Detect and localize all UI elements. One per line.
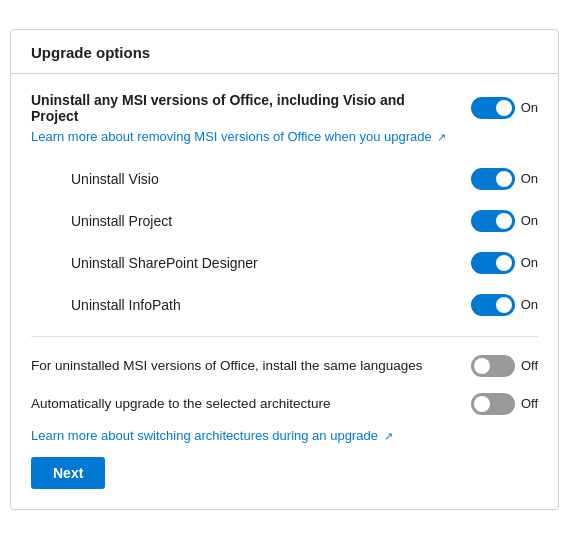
sub-toggle-track-2[interactable] — [471, 252, 515, 274]
sub-toggle-track-0[interactable] — [471, 168, 515, 190]
next-button[interactable]: Next — [31, 457, 105, 489]
bottom-toggle-thumb-1 — [474, 396, 490, 412]
bottom-toggle-track-1[interactable] — [471, 393, 515, 415]
upgrade-options-card: Upgrade options Uninstall any MSI versio… — [10, 29, 559, 510]
sub-toggle-thumb-1 — [496, 213, 512, 229]
main-toggle-switch[interactable] — [471, 97, 515, 119]
sub-label-3: Uninstall InfoPath — [71, 297, 181, 313]
bottom-toggle-group-0: Off — [471, 355, 538, 377]
bottom-state-label-0: Off — [521, 358, 538, 373]
divider — [31, 336, 538, 337]
sub-toggle-1[interactable] — [471, 210, 515, 232]
bottom-toggle-1[interactable] — [471, 393, 515, 415]
main-toggle-thumb — [496, 100, 512, 116]
bottom-toggle-thumb-0 — [474, 358, 490, 374]
main-toggle-label: Uninstall any MSI versions of Office, in… — [31, 92, 471, 124]
sub-toggle-group-1: On — [471, 210, 538, 232]
bottom-option-row-1: Automatically upgrade to the selected ar… — [31, 385, 538, 423]
sub-label-2: Uninstall SharePoint Designer — [71, 255, 258, 271]
main-toggle-group: On — [471, 97, 538, 119]
bottom-option-row-0: For uninstalled MSI versions of Office, … — [31, 347, 538, 385]
arch-link-row: Learn more about switching architectures… — [31, 427, 538, 443]
arch-external-link-icon: ↗ — [384, 430, 393, 443]
bottom-label-0: For uninstalled MSI versions of Office, … — [31, 358, 471, 373]
list-item: Uninstall InfoPath On — [71, 284, 538, 326]
bottom-toggle-0[interactable] — [471, 355, 515, 377]
main-toggle-row: Uninstall any MSI versions of Office, in… — [31, 92, 538, 124]
sub-toggle-group-0: On — [471, 168, 538, 190]
main-link-text: Learn more about removing MSI versions o… — [31, 129, 432, 144]
page-title: Upgrade options — [31, 44, 150, 61]
bottom-state-label-1: Off — [521, 396, 538, 411]
sub-state-label-3: On — [521, 297, 538, 312]
sub-toggle-track-3[interactable] — [471, 294, 515, 316]
card-header: Upgrade options — [11, 30, 558, 74]
sub-state-label-2: On — [521, 255, 538, 270]
sub-toggle-2[interactable] — [471, 252, 515, 274]
main-toggle-state-label: On — [521, 100, 538, 115]
list-item: Uninstall Project On — [71, 200, 538, 242]
sub-label-0: Uninstall Visio — [71, 171, 159, 187]
sub-toggle-thumb-0 — [496, 171, 512, 187]
sub-toggle-3[interactable] — [471, 294, 515, 316]
main-link-row: Learn more about removing MSI versions o… — [31, 128, 538, 144]
sub-state-label-1: On — [521, 213, 538, 228]
bottom-toggle-track-0[interactable] — [471, 355, 515, 377]
external-link-icon: ↗ — [437, 131, 446, 144]
list-item: Uninstall Visio On — [71, 158, 538, 200]
list-item: Uninstall SharePoint Designer On — [71, 242, 538, 284]
main-link[interactable]: Learn more about removing MSI versions o… — [31, 129, 446, 144]
sub-toggle-thumb-2 — [496, 255, 512, 271]
main-toggle-track[interactable] — [471, 97, 515, 119]
bottom-label-1: Automatically upgrade to the selected ar… — [31, 396, 471, 411]
arch-link-text: Learn more about switching architectures… — [31, 428, 378, 443]
sub-toggle-0[interactable] — [471, 168, 515, 190]
card-body: Uninstall any MSI versions of Office, in… — [11, 74, 558, 509]
sub-state-label-0: On — [521, 171, 538, 186]
sub-toggle-group-3: On — [471, 294, 538, 316]
sub-options-list: Uninstall Visio On Uninstall Project — [71, 158, 538, 326]
sub-toggle-group-2: On — [471, 252, 538, 274]
sub-label-1: Uninstall Project — [71, 213, 172, 229]
sub-toggle-thumb-3 — [496, 297, 512, 313]
bottom-toggle-group-1: Off — [471, 393, 538, 415]
arch-link[interactable]: Learn more about switching architectures… — [31, 428, 393, 443]
sub-toggle-track-1[interactable] — [471, 210, 515, 232]
